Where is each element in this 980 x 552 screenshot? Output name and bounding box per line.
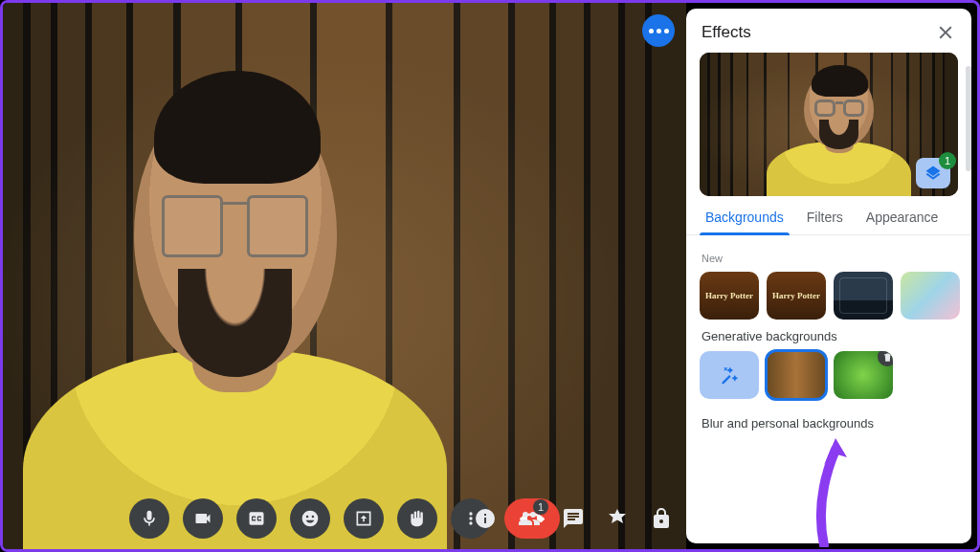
generative-backgrounds-row: Remove added image [700,351,958,399]
layers-icon [924,165,942,182]
panel-title: Effects [702,23,751,42]
meeting-info-button[interactable] [474,507,497,530]
main-video [3,3,686,549]
camera-icon [193,509,212,528]
trash-icon [882,352,893,363]
new-backgrounds-row: Harry Potter Harry Potter [700,272,958,320]
bg-thumb-harrypotter-1[interactable]: Harry Potter [700,272,759,320]
section-generative-label: Generative backgrounds [702,329,956,343]
video-more-button[interactable] [642,14,675,47]
panel-close-button[interactable] [935,22,956,43]
chat-button[interactable] [562,507,585,530]
raise-hand-button[interactable] [397,498,437,539]
bg-thumb-gen-forest[interactable] [767,351,826,399]
activities-button[interactable] [606,507,629,530]
tab-backgrounds[interactable]: Backgrounds [700,210,790,234]
app-root: 1 Effects [3,3,977,549]
panel-body: New Harry Potter Harry Potter Generative… [686,235,971,543]
captions-button[interactable] [236,498,277,539]
tab-filters[interactable]: Filters [801,210,849,234]
emoji-button[interactable] [290,498,330,539]
host-controls-button[interactable] [650,507,673,530]
bg-thumb-gen-green[interactable]: Remove added image [834,351,893,399]
bottom-right-actions: 1 [474,488,673,549]
present-button[interactable] [344,498,384,539]
activities-icon [606,507,629,530]
applied-effects-chip[interactable]: 1 [916,158,950,188]
remove-added-image-button[interactable] [878,351,893,366]
chat-icon [562,507,585,530]
bg-thumb-window[interactable] [834,272,893,320]
video-column: 1 [3,3,686,549]
tab-appearance[interactable]: Appearance [860,210,945,234]
self-video-person [23,25,447,549]
info-icon [474,507,497,530]
captions-icon [247,509,266,528]
section-blur-label: Blur and personal backgrounds [702,416,956,431]
people-button[interactable]: 1 [518,507,541,530]
wand-icon [720,365,739,385]
panel-tabs: Backgrounds Filters Appearance [686,196,971,235]
present-icon [354,509,373,528]
section-new-label: New [702,253,956,264]
people-count-badge: 1 [533,499,548,515]
panel-header: Effects [686,9,971,53]
raise-hand-icon [408,509,427,528]
bg-thumb-harrypotter-2[interactable]: Harry Potter [767,272,826,320]
host-controls-icon [650,507,673,530]
effects-preview: 1 [700,53,958,196]
bg-thumb-bright-room[interactable] [901,272,960,320]
effects-panel: Effects 1 Backgrounds Filters Appearance… [686,9,971,543]
camera-button[interactable] [183,498,223,539]
close-icon [935,22,956,43]
mic-icon [140,509,159,528]
mic-button[interactable] [129,498,169,539]
effects-count-badge: 1 [939,152,956,169]
emoji-icon [301,509,320,528]
generate-background-button[interactable] [700,351,759,399]
